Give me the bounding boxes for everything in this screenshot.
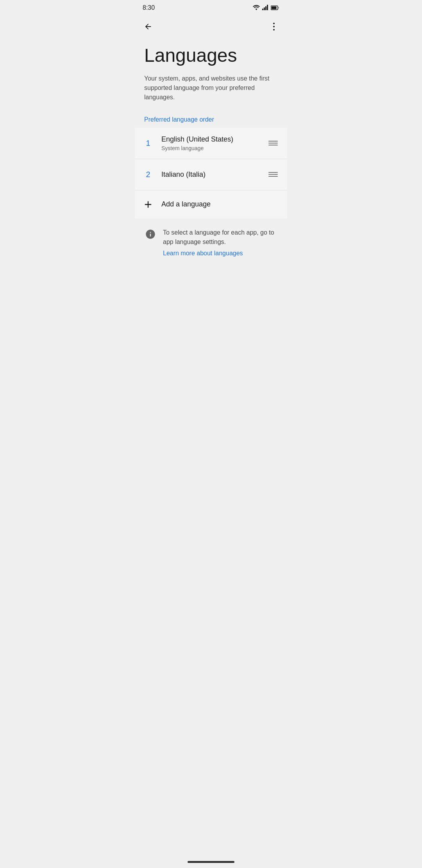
language-info-2: Italiano (Italia): [161, 170, 265, 179]
language-item-1[interactable]: 1 English (United States) System languag…: [135, 128, 287, 159]
svg-rect-3: [267, 5, 268, 10]
signal-icon: [262, 5, 268, 11]
language-number-1: 1: [141, 139, 155, 148]
svg-rect-2: [265, 6, 266, 10]
page-description: Your system, apps, and websites use the …: [144, 74, 278, 102]
svg-rect-1: [264, 7, 265, 10]
section-header: Preferred language order: [135, 108, 287, 128]
language-name-2: Italiano (Italia): [161, 170, 265, 179]
back-arrow-icon: [144, 22, 152, 31]
top-app-bar: [135, 16, 287, 38]
page-title-section: Languages Your system, apps, and website…: [135, 38, 287, 108]
add-language-button[interactable]: Add a language: [135, 190, 287, 219]
language-item-2[interactable]: 2 Italiano (Italia): [135, 159, 287, 190]
status-icons: [253, 5, 279, 11]
info-section: To select a language for each app, go to…: [135, 219, 287, 266]
drag-handle-1[interactable]: [265, 138, 281, 149]
info-description: To select a language for each app, go to…: [163, 228, 278, 247]
page-title: Languages: [144, 45, 278, 66]
status-time: 8:30: [143, 4, 155, 11]
battery-icon: [271, 5, 279, 10]
status-bar: 8:30: [135, 0, 287, 16]
more-options-button[interactable]: [265, 18, 283, 35]
add-language-icon: [141, 197, 155, 212]
drag-handle-2[interactable]: [265, 169, 281, 180]
svg-rect-5: [272, 7, 277, 9]
section-title: Preferred language order: [144, 116, 214, 123]
language-list: 1 English (United States) System languag…: [135, 128, 287, 219]
more-options-icon: [273, 23, 275, 30]
svg-rect-0: [262, 9, 263, 10]
language-sublabel-1: System language: [161, 145, 265, 151]
language-info-1: English (United States) System language: [161, 135, 265, 151]
add-language-label: Add a language: [161, 200, 211, 208]
plus-icon: [143, 199, 154, 210]
language-number-2: 2: [141, 170, 155, 179]
learn-more-link[interactable]: Learn more about languages: [163, 250, 243, 256]
info-icon: [144, 228, 157, 240]
back-button[interactable]: [139, 18, 157, 35]
language-name-1: English (United States): [161, 135, 265, 143]
info-text: To select a language for each app, go to…: [163, 228, 278, 257]
wifi-icon: [253, 5, 260, 11]
